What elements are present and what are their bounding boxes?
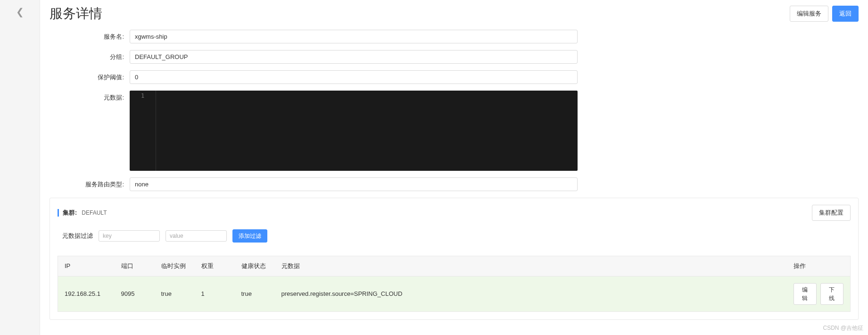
cluster-header: 集群: DEFAULT 集群配置 [58, 205, 851, 221]
metadata-filter: 元数据过滤 添加过滤 [58, 229, 851, 243]
row-edit-button[interactable]: 编辑 [794, 283, 817, 305]
th-healthy: 健康状态 [235, 256, 275, 276]
metadata-editor[interactable]: 1 [130, 91, 578, 171]
edit-service-button[interactable]: 编辑服务 [790, 6, 828, 22]
watermark: CSDN @吉他征 [823, 324, 863, 332]
filter-label: 元数据过滤 [62, 232, 93, 240]
service-name-label: 服务名: [54, 30, 130, 41]
service-name-field[interactable] [130, 30, 578, 43]
row-offline-button[interactable]: 下线 [820, 283, 843, 305]
group-label: 分组: [54, 50, 130, 61]
header-actions: 编辑服务 返回 [790, 6, 859, 22]
back-chevron-icon[interactable]: ❮ [16, 7, 24, 17]
table-row: 192.168.25.1 9095 true 1 true preserved.… [58, 276, 851, 311]
cluster-panel: 集群: DEFAULT 集群配置 元数据过滤 添加过滤 IP 端口 临时实例 权… [50, 198, 859, 320]
cluster-value: DEFAULT [82, 209, 107, 216]
th-ip: IP [58, 256, 115, 276]
cell-port: 9095 [115, 276, 155, 311]
th-metadata: 元数据 [275, 256, 787, 276]
main-content: 服务详情 编辑服务 返回 服务名: 分组: 保护阈值: 元数据: 1 服务路由类… [40, 0, 868, 335]
cell-ops: 编辑 下线 [787, 276, 851, 311]
cluster-config-button[interactable]: 集群配置 [812, 205, 851, 221]
cell-healthy: true [235, 276, 275, 311]
metadata-label: 元数据: [54, 91, 130, 102]
cell-ephemeral: true [155, 276, 195, 311]
filter-key-input[interactable] [99, 230, 160, 242]
th-ops: 操作 [787, 256, 851, 276]
cluster-label: 集群: [63, 209, 77, 217]
instance-table: IP 端口 临时实例 权重 健康状态 元数据 操作 192.168.25.1 9… [58, 256, 851, 312]
cell-ip: 192.168.25.1 [58, 276, 115, 311]
cell-weight: 1 [195, 276, 235, 311]
th-weight: 权重 [195, 256, 235, 276]
editor-content[interactable] [156, 91, 578, 171]
filter-value-input[interactable] [165, 230, 227, 242]
route-type-field[interactable] [130, 177, 578, 191]
editor-gutter: 1 [130, 91, 156, 171]
sidebar: ❮ [0, 0, 40, 335]
route-type-label: 服务路由类型: [54, 177, 130, 189]
service-form: 服务名: 分组: 保护阈值: 元数据: 1 服务路由类型: [50, 30, 578, 191]
page-header: 服务详情 编辑服务 返回 [50, 5, 859, 23]
group-field[interactable] [130, 50, 578, 64]
threshold-field[interactable] [130, 70, 578, 84]
threshold-label: 保护阈值: [54, 70, 130, 82]
cell-metadata: preserved.register.source=SPRING_CLOUD [275, 276, 787, 311]
page-title: 服务详情 [50, 5, 102, 23]
cluster-title: 集群: DEFAULT [58, 209, 107, 217]
back-button[interactable]: 返回 [832, 6, 859, 22]
add-filter-button[interactable]: 添加过滤 [232, 229, 267, 243]
th-ephemeral: 临时实例 [155, 256, 195, 276]
th-port: 端口 [115, 256, 155, 276]
